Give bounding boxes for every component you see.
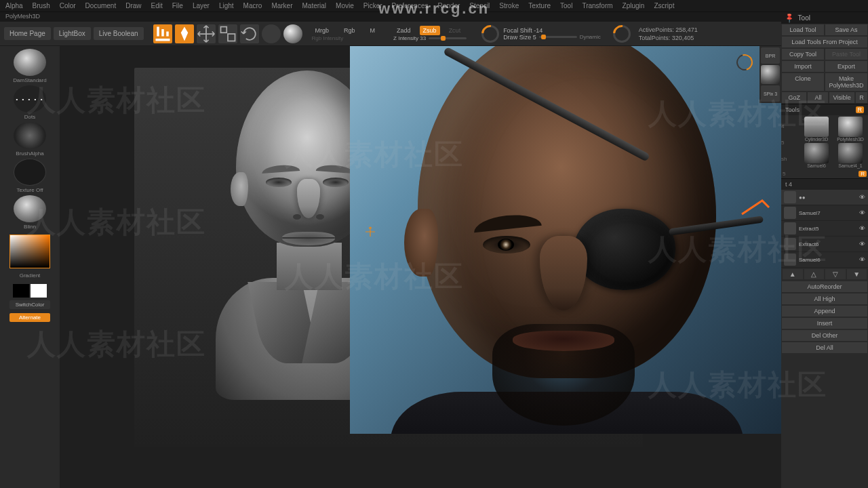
- delall-button[interactable]: Del All: [781, 342, 868, 354]
- export-button[interactable]: Export: [825, 60, 868, 73]
- material-selector[interactable]: Blinn: [9, 195, 50, 230]
- m-tab[interactable]: M: [367, 26, 379, 35]
- move-up-button[interactable]: △: [804, 269, 825, 279]
- lightbox-button[interactable]: LightBox: [54, 27, 91, 40]
- load-tool-button[interactable]: Load Tool: [781, 24, 825, 36]
- eye-icon[interactable]: 👁: [859, 256, 865, 263]
- goz-r-button[interactable]: R: [855, 92, 868, 104]
- draw-size-slider[interactable]: [539, 36, 577, 38]
- menu-zscript[interactable]: Zscript: [654, 2, 674, 9]
- subtool-samuel7[interactable]: Samuel7👁: [781, 205, 868, 221]
- save-as-button[interactable]: Save As: [825, 24, 868, 36]
- eye-icon[interactable]: 👁: [859, 194, 865, 201]
- gizmo-button[interactable]: [283, 24, 302, 43]
- menu-stroke[interactable]: Stroke: [499, 2, 519, 9]
- copy-tool-button[interactable]: Copy Tool: [781, 48, 825, 60]
- paste-tool-button[interactable]: Paste Tool: [825, 48, 868, 60]
- tools-r-badge[interactable]: R: [859, 171, 867, 177]
- menu-edit[interactable]: Edit: [151, 2, 163, 9]
- tool-panel-header[interactable]: 📌 Tool: [781, 12, 868, 24]
- menu-render[interactable]: Render: [438, 2, 460, 9]
- rotate-button[interactable]: [240, 24, 259, 43]
- import-button[interactable]: Import: [781, 60, 825, 73]
- move-top-button[interactable]: ▲: [783, 269, 803, 279]
- draw-size-label: Draw Size 5: [503, 34, 536, 41]
- home-button[interactable]: Home Page: [4, 27, 51, 40]
- menu-color[interactable]: Color: [60, 2, 76, 9]
- color-picker[interactable]: [9, 235, 50, 268]
- z-intensity-slider[interactable]: [429, 37, 467, 39]
- switch-color-button[interactable]: SwitchColor: [9, 300, 50, 309]
- goz-button[interactable]: GoZ: [781, 92, 807, 104]
- render-sphere-icon[interactable]: [761, 65, 780, 84]
- delother-button[interactable]: Del Other: [781, 329, 868, 342]
- sculptris-button[interactable]: [262, 24, 281, 43]
- menu-layer[interactable]: Layer: [193, 2, 210, 9]
- stats-block: ActivePoints: 258,471 TotalPoints: 320,4…: [639, 26, 698, 42]
- menu-zplugin[interactable]: Zplugin: [623, 2, 645, 9]
- load-project-button[interactable]: Load Tools From Project: [781, 36, 868, 48]
- move-cursor-icon: [365, 226, 376, 237]
- rgb-tab[interactable]: Rgb: [340, 26, 359, 35]
- make-polymesh-button[interactable]: Make PolyMesh3D: [825, 73, 868, 92]
- draw-button[interactable]: [175, 24, 194, 43]
- zcut-tab[interactable]: Zcut: [446, 26, 465, 35]
- swatch-white[interactable]: [31, 284, 47, 298]
- menu-macro[interactable]: Macro: [243, 2, 262, 9]
- menu-material[interactable]: Material: [302, 2, 327, 9]
- menu-file[interactable]: File: [172, 2, 183, 9]
- draw-icon: [175, 24, 194, 43]
- insert-button[interactable]: Insert: [781, 317, 868, 329]
- goz-visible-button[interactable]: Visible: [829, 92, 854, 104]
- menu-picker[interactable]: Picker: [363, 2, 382, 9]
- eye-icon[interactable]: 👁: [859, 225, 865, 232]
- autoreorder-button[interactable]: AutoReorder: [781, 281, 868, 293]
- reference-image[interactable]: [350, 46, 797, 434]
- menu-document[interactable]: Document: [85, 2, 117, 9]
- alpha-selector[interactable]: BrushAlpha: [9, 122, 50, 157]
- liveboolean-button[interactable]: Live Boolean: [94, 27, 144, 40]
- stroke-selector[interactable]: Dots: [9, 85, 50, 121]
- menu-alpha[interactable]: Alpha: [5, 2, 23, 9]
- allhigh-button[interactable]: All High: [781, 293, 868, 305]
- menu-texture[interactable]: Texture: [528, 2, 551, 9]
- menu-light[interactable]: Light: [219, 2, 234, 9]
- goz-all-button[interactable]: All: [807, 92, 829, 104]
- swatch-black[interactable]: [13, 284, 29, 298]
- clone-button[interactable]: Clone: [781, 73, 825, 92]
- eye-icon[interactable]: 👁: [859, 209, 865, 216]
- tool-cylinder3d[interactable]: Cylinder3D: [800, 117, 833, 142]
- subtool-section-header[interactable]: t 4: [781, 178, 868, 190]
- subtool-samuel6[interactable]: Samuel6👁: [781, 252, 868, 268]
- move-button[interactable]: [197, 24, 216, 43]
- subtool-extract5[interactable]: Extract5👁: [781, 221, 868, 237]
- spix-button[interactable]: SPix 3: [761, 85, 780, 102]
- move-bottom-button[interactable]: ▼: [847, 269, 867, 279]
- zadd-tab[interactable]: Zadd: [393, 26, 414, 35]
- tool-samuel6[interactable]: Samuel6: [800, 143, 833, 168]
- menu-tool[interactable]: Tool: [560, 2, 572, 9]
- focal-ring-icon[interactable]: [481, 25, 499, 43]
- menu-brush[interactable]: Brush: [33, 2, 50, 9]
- texture-selector[interactable]: Texture Off: [9, 159, 50, 194]
- append-button[interactable]: Append: [781, 305, 868, 317]
- menu-movie[interactable]: Movie: [336, 2, 354, 9]
- tool-polymesh3d[interactable]: PolyMesh3D: [834, 117, 867, 142]
- alternate-button[interactable]: Alternate: [9, 313, 50, 322]
- zsub-tab[interactable]: Zsub: [420, 26, 440, 35]
- menu-stencil[interactable]: Stencil: [469, 2, 490, 9]
- mrgb-tab[interactable]: Mrgb: [312, 26, 333, 35]
- scale-button[interactable]: [218, 24, 237, 43]
- subtool-extract6[interactable]: Extract6👁: [781, 237, 868, 252]
- menu-transform[interactable]: Transform: [582, 2, 612, 9]
- edit-button[interactable]: [153, 24, 172, 43]
- tool-samuel4-1[interactable]: Samuel4_1: [834, 143, 867, 168]
- menu-preferences[interactable]: Preferences: [392, 2, 429, 9]
- dynamic-label[interactable]: Dynamic: [580, 34, 601, 40]
- menu-marker[interactable]: Marker: [271, 2, 292, 9]
- menu-draw[interactable]: Draw: [125, 2, 141, 9]
- subtool-row[interactable]: ●● 👁: [781, 190, 868, 205]
- move-down-button[interactable]: ▽: [825, 269, 846, 279]
- bpr-button[interactable]: BPR: [761, 47, 780, 64]
- eye-icon[interactable]: 👁: [859, 241, 865, 247]
